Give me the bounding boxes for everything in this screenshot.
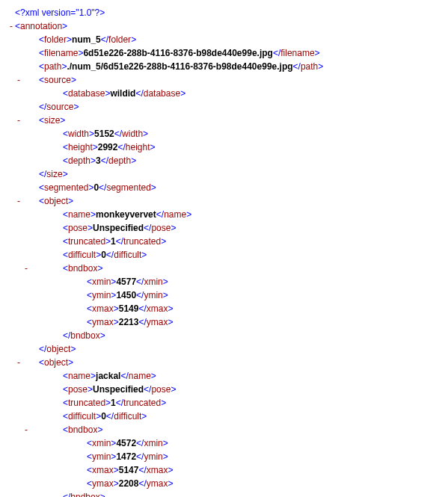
xml-declaration: <?xml version="1.0"?> [15, 7, 105, 18]
object2-difficult: 0 [101, 411, 106, 422]
collapse-toggle[interactable]: - [15, 73, 22, 87]
object1-xmax: 5149 [119, 303, 139, 314]
collapse-toggle[interactable]: - [15, 114, 22, 127]
object1-ymax: 2213 [119, 317, 139, 327]
object1-difficult: 0 [101, 250, 106, 260]
width-value: 5152 [94, 129, 114, 139]
database-value: wildid [110, 88, 135, 99]
object1-xmin: 4577 [116, 277, 136, 287]
object1-name: monkeyvervet [96, 209, 156, 220]
object1-pose: Unspecified [93, 223, 144, 233]
folder-value: num_5 [72, 34, 101, 45]
object2-truncated: 1 [111, 398, 116, 408]
collapse-toggle[interactable]: - [22, 262, 30, 275]
collapse-toggle[interactable]: - [15, 356, 22, 369]
object2-ymin: 1472 [116, 451, 136, 462]
object1-truncated: 1 [111, 236, 116, 247]
collapse-toggle[interactable]: - [7, 19, 15, 33]
object2-name: jackal [96, 371, 120, 381]
annotation-open: annotation [20, 21, 62, 31]
object2-xmax: 5147 [119, 465, 139, 475]
xml-tree: <?xml version="1.0"?> -<annotation> <fol… [7, 6, 441, 497]
collapse-toggle[interactable]: - [22, 423, 30, 436]
depth-value: 3 [96, 155, 101, 166]
object2-ymax: 2208 [119, 478, 139, 489]
object2-xmin: 4572 [116, 438, 136, 448]
object1-ymin: 1450 [116, 290, 136, 300]
path-value: ./num_5/6d51e226-288b-4116-8376-b98de440… [67, 61, 292, 72]
filename-value: 6d51e226-288b-4116-8376-b98de440e99e.jpg [83, 48, 273, 58]
collapse-toggle[interactable]: - [15, 194, 22, 208]
height-value: 2992 [98, 142, 118, 152]
object2-pose: Unspecified [93, 384, 144, 395]
